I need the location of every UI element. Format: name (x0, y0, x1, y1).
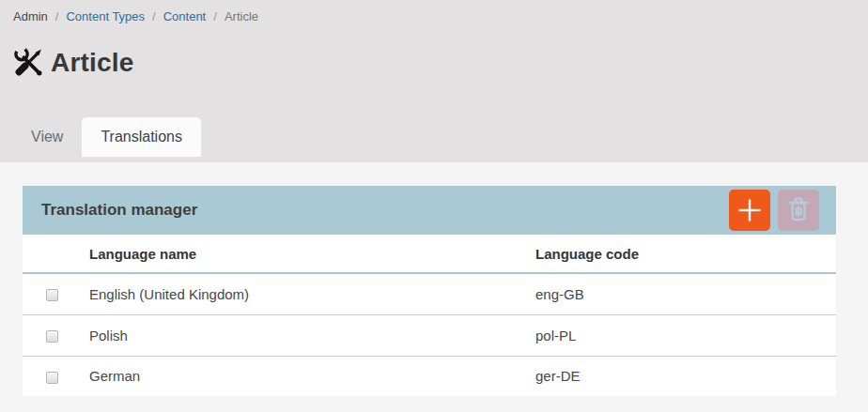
translation-manager-header: Translation manager (23, 186, 836, 235)
language-name-cell: Polish (89, 314, 535, 356)
panel-title: Translation manager (41, 201, 721, 220)
breadcrumb-item-article: Article (225, 9, 258, 23)
page-title: Article (51, 48, 134, 78)
language-name-cell: German (89, 356, 535, 396)
row-checkbox-eng-gb[interactable] (46, 289, 58, 301)
language-code-cell: eng-GB (535, 273, 836, 314)
language-code-cell: pol-PL (535, 314, 836, 356)
breadcrumb-separator: / (55, 9, 59, 23)
translations-table: Language name Language code English (Uni… (23, 235, 836, 396)
column-header-language-name: Language name (89, 235, 535, 273)
language-code-cell: ger-DE (535, 356, 836, 396)
tab-translations[interactable]: Translations (82, 117, 201, 157)
breadcrumb-separator: / (152, 9, 156, 23)
select-column-header (23, 235, 89, 273)
breadcrumb-separator: / (213, 9, 217, 23)
tab-bar: View Translations (0, 117, 868, 157)
add-translation-button[interactable] (729, 190, 770, 231)
row-checkbox-pol-pl[interactable] (46, 330, 58, 343)
title-row: Article (13, 47, 868, 78)
translation-manager-panel: Translation manager (23, 162, 836, 396)
tab-view[interactable]: View (12, 117, 82, 157)
row-checkbox-cell (23, 273, 89, 314)
breadcrumb: Admin / Content Types / Content / Articl… (0, 0, 868, 23)
language-name-cell: English (United Kingdom) (89, 273, 535, 314)
table-row: Polish pol-PL (23, 314, 836, 356)
tools-icon (13, 47, 44, 78)
row-checkbox-cell (23, 356, 89, 396)
row-checkbox-ger-de[interactable] (46, 372, 58, 384)
table-header-row: Language name Language code (23, 235, 836, 273)
plus-icon (729, 190, 770, 231)
row-checkbox-cell (23, 314, 89, 356)
column-header-language-code: Language code (535, 235, 836, 273)
page-header: Admin / Content Types / Content / Articl… (0, 0, 868, 162)
tab-panel-translations: Translation manager (0, 162, 868, 412)
breadcrumb-link-content[interactable]: Content (163, 9, 207, 23)
delete-translation-button[interactable] (778, 190, 819, 231)
table-row: English (United Kingdom) eng-GB (23, 273, 836, 314)
breadcrumb-link-content-types[interactable]: Content Types (66, 9, 145, 23)
table-row: German ger-DE (23, 356, 836, 396)
trash-icon (778, 190, 819, 231)
breadcrumb-item-admin: Admin (13, 9, 48, 23)
